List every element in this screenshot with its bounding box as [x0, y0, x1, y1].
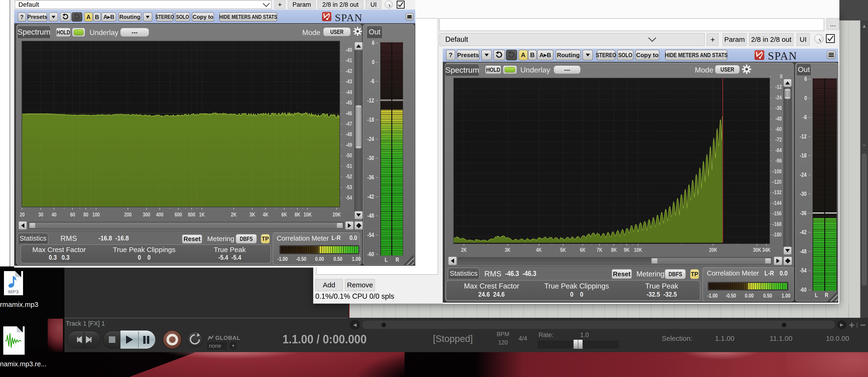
- svg-text:MP3: MP3: [8, 289, 19, 294]
